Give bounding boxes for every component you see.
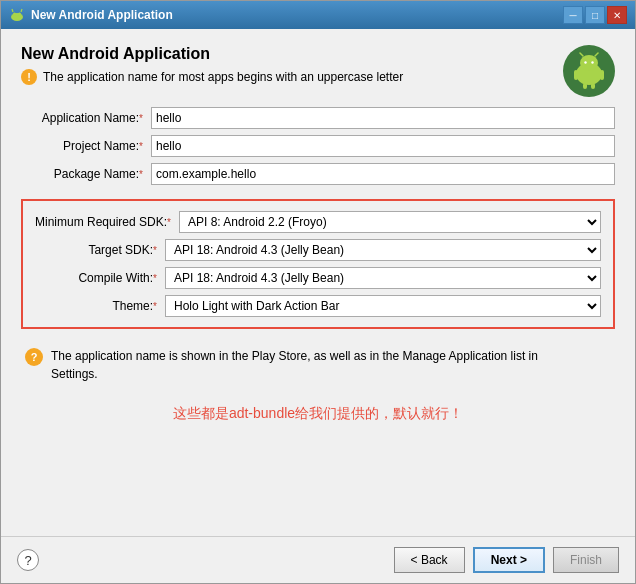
dialog-footer: ? < Back Next > Finish: [1, 536, 635, 583]
svg-point-8: [591, 61, 593, 63]
svg-line-3: [12, 9, 13, 12]
min-sdk-row: Minimum Required SDK:* API 8: Android 2.…: [35, 211, 601, 233]
window-icon: [9, 7, 25, 23]
theme-row: Theme:* Holo Light with Dark Action Bar: [35, 295, 601, 317]
window-title: New Android Application: [31, 8, 173, 22]
android-logo: [563, 45, 615, 97]
svg-point-1: [13, 13, 16, 16]
svg-rect-14: [591, 83, 595, 89]
info-text: The application name is shown in the Pla…: [51, 347, 538, 383]
package-name-label: Package Name:*: [21, 167, 151, 181]
warning-row: ! The application name for most apps beg…: [21, 69, 563, 85]
svg-point-6: [580, 55, 598, 71]
project-name-label: Project Name:*: [21, 139, 151, 153]
theme-select[interactable]: Holo Light with Dark Action Bar: [165, 295, 601, 317]
target-sdk-select[interactable]: API 18: Android 4.3 (Jelly Bean): [165, 239, 601, 261]
warning-text: The application name for most apps begin…: [43, 70, 403, 84]
svg-point-7: [584, 61, 586, 63]
svg-rect-11: [574, 70, 578, 80]
app-name-input[interactable]: [151, 107, 615, 129]
svg-rect-13: [583, 83, 587, 89]
package-name-row: Package Name:*: [21, 163, 615, 185]
svg-rect-12: [600, 70, 604, 80]
app-name-label: Application Name:*: [21, 111, 151, 125]
compile-with-select[interactable]: API 18: Android 4.3 (Jelly Bean): [165, 267, 601, 289]
target-sdk-row: Target SDK:* API 18: Android 4.3 (Jelly …: [35, 239, 601, 261]
basic-fields: Application Name:* Project Name:* Packag…: [21, 107, 615, 185]
compile-with-label: Compile With:*: [35, 271, 165, 285]
header-row: New Android Application ! The applicatio…: [21, 45, 615, 97]
svg-line-10: [595, 53, 598, 56]
minimize-button[interactable]: ─: [563, 6, 583, 24]
back-button[interactable]: < Back: [394, 547, 465, 573]
main-window: New Android Application ─ □ ✕ New Androi…: [0, 0, 636, 584]
next-button[interactable]: Next >: [473, 547, 545, 573]
min-sdk-select[interactable]: API 8: Android 2.2 (Froyo): [179, 211, 601, 233]
dialog-content: New Android Application ! The applicatio…: [1, 29, 635, 536]
page-title: New Android Application: [21, 45, 563, 63]
info-section: ? The application name is shown in the P…: [21, 339, 615, 391]
svg-point-2: [18, 13, 21, 16]
svg-line-4: [21, 9, 22, 12]
finish-button: Finish: [553, 547, 619, 573]
help-button[interactable]: ?: [17, 549, 39, 571]
svg-point-0: [11, 13, 23, 21]
target-sdk-label: Target SDK:*: [35, 243, 165, 257]
project-name-input[interactable]: [151, 135, 615, 157]
info-icon: ?: [25, 348, 43, 366]
maximize-button[interactable]: □: [585, 6, 605, 24]
compile-with-row: Compile With:* API 18: Android 4.3 (Jell…: [35, 267, 601, 289]
warning-icon: !: [21, 69, 37, 85]
package-name-input[interactable]: [151, 163, 615, 185]
app-name-row: Application Name:*: [21, 107, 615, 129]
svg-line-9: [580, 53, 583, 56]
project-name-row: Project Name:*: [21, 135, 615, 157]
min-sdk-label: Minimum Required SDK:*: [35, 215, 179, 229]
theme-label: Theme:*: [35, 299, 165, 313]
close-button[interactable]: ✕: [607, 6, 627, 24]
sdk-box: Minimum Required SDK:* API 8: Android 2.…: [21, 199, 615, 329]
title-bar: New Android Application ─ □ ✕: [1, 1, 635, 29]
chinese-note: 这些都是adt-bundle给我们提供的，默认就行！: [21, 405, 615, 423]
